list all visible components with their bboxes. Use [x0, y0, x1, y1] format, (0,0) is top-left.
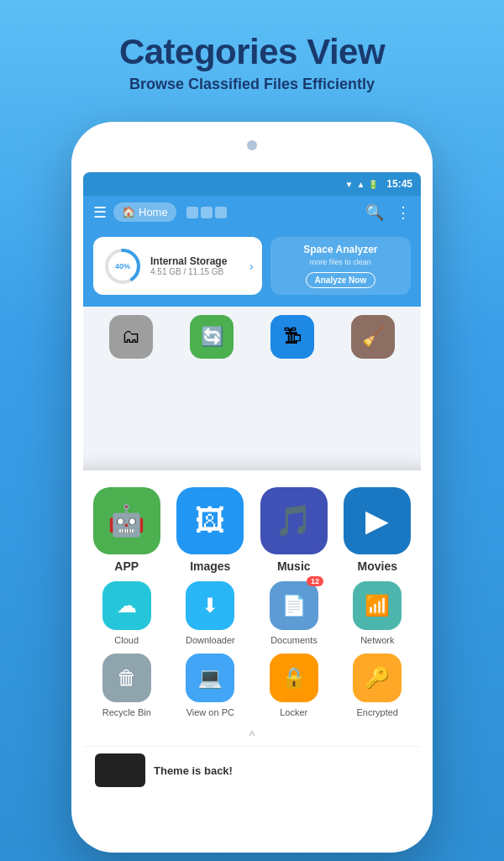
categories-row-3: 🗑 Recycle Bin 💻 View on PC 🔒 Locker 🔑 En… [85, 654, 419, 717]
cat-item-zip[interactable]: 🗜 [270, 315, 314, 359]
top-bar: ☰ 🏠 Home 🔍 ⋮ [83, 196, 421, 228]
cat-item-refresh[interactable]: 🔄 [190, 315, 234, 359]
cloud-icon: ☁ [102, 581, 151, 630]
documents-badge: 12 [307, 576, 323, 586]
theme-banner[interactable]: Theme is back! [85, 746, 419, 794]
storage-info: Internal Storage 4.51 GB / 11.15 GB [150, 255, 227, 276]
cat-label-network: Network [360, 635, 394, 645]
breadcrumb-pill[interactable]: 🏠 Home [113, 202, 176, 222]
categories-row-1: 🤖 APP 🖼 Images 🎵 Music ▶ Movies [85, 487, 419, 573]
recycle-icon: 🗑 [102, 654, 151, 702]
phone-frame: ▼ ▲ 🔋 15:45 ☰ 🏠 Home 🔍 ⋮ [71, 122, 433, 853]
cat-label-movies: Movies [358, 559, 397, 573]
clean-icon: 🧹 [351, 315, 395, 359]
cat-item-encrypted[interactable]: 🔑 Encrypted [353, 654, 402, 717]
theme-banner-text: Theme is back! [154, 764, 233, 777]
cat-item-viewonpc[interactable]: 💻 View on PC [186, 654, 234, 717]
cat-item-app[interactable]: 🤖 APP [93, 487, 160, 573]
zip-icon: 🗜 [270, 315, 314, 359]
documents-icon: 📄 12 [270, 581, 318, 630]
cat-label-app: APP [114, 559, 139, 573]
storage-card[interactable]: 40% Internal Storage 4.51 GB / 11.15 GB … [93, 237, 262, 295]
time-display: 15:45 [386, 178, 412, 190]
top-categories-row: 🗂 🔄 🗜 🧹 [83, 307, 421, 367]
categories-main-panel: 🤖 APP 🖼 Images 🎵 Music ▶ Movies [83, 470, 421, 802]
storage-arrow-icon: › [249, 260, 254, 273]
cat-label-cloud: Cloud [114, 635, 139, 645]
cat-label-music: Music [277, 559, 311, 573]
encrypted-icon: 🔑 [353, 654, 402, 702]
top-bar-right: 🔍 ⋮ [365, 203, 411, 222]
cat-item-locker[interactable]: 🔒 Locker [270, 654, 318, 717]
cat-label-encrypted: Encrypted [356, 707, 398, 717]
breadcrumb-home: Home [139, 206, 168, 218]
wifi-icon: ▼ [344, 180, 353, 189]
cat-label-downloader: Downloader [186, 635, 235, 645]
storage-section: 40% Internal Storage 4.51 GB / 11.15 GB … [83, 228, 421, 307]
storage-percent: 40% [115, 262, 130, 270]
cat-item-downloader[interactable]: ⬇ Downloader [186, 581, 235, 645]
status-bar: ▼ ▲ 🔋 15:45 [83, 172, 421, 196]
cat-item-images[interactable]: 🖼 Images [176, 487, 244, 573]
search-icon[interactable]: 🔍 [365, 203, 384, 222]
analyze-button[interactable]: Analyze Now [306, 272, 376, 288]
page-subtitle: Browse Classified Files Efficiently [0, 76, 504, 93]
layers-icon: 🗂 [109, 315, 153, 359]
viewonpc-icon: 💻 [186, 654, 234, 702]
downloader-icon: ⬇ [186, 581, 234, 630]
cat-label-documents: Documents [270, 635, 318, 645]
storage-circle: 40% [103, 247, 142, 286]
signal-icon: ▲ [356, 180, 365, 189]
locker-icon: 🔒 [270, 654, 318, 702]
page-title: Categories View [0, 32, 504, 72]
cat-item-documents[interactable]: 📄 12 Documents [270, 581, 318, 645]
network-icon: 📶 [353, 581, 402, 630]
more-icon[interactable]: ⋮ [396, 203, 411, 222]
cat-item-network[interactable]: 📶 Network [353, 581, 402, 645]
cat-item-clean[interactable]: 🧹 [351, 315, 395, 359]
cat-label-recycle: Recycle Bin [102, 707, 151, 717]
images-icon: 🖼 [176, 487, 244, 554]
storage-name: Internal Storage [150, 255, 227, 267]
menu-icon[interactable]: ☰ [93, 203, 107, 222]
theme-banner-image [95, 753, 145, 787]
cat-item-layers[interactable]: 🗂 [109, 315, 153, 359]
cat-item-recycle[interactable]: 🗑 Recycle Bin [102, 654, 151, 717]
refresh-icon: 🔄 [190, 315, 234, 359]
cat-label-viewonpc: View on PC [186, 707, 234, 717]
phone-screen: ▼ ▲ 🔋 15:45 ☰ 🏠 Home 🔍 ⋮ [83, 172, 421, 802]
phone-speaker [247, 140, 257, 150]
analyzer-title: Space Analyzer [303, 244, 377, 255]
app-icon: 🤖 [93, 487, 160, 554]
breadcrumb-dots [186, 207, 227, 218]
music-icon: 🎵 [260, 487, 328, 554]
space-analyzer: Space Analyzer more files to clean Analy… [270, 237, 411, 295]
cat-item-music[interactable]: 🎵 Music [260, 487, 328, 573]
cat-label-images: Images [190, 559, 230, 573]
analyzer-sub: more files to clean [310, 258, 371, 266]
home-icon: 🏠 [122, 206, 135, 218]
cat-item-movies[interactable]: ▶ Movies [344, 487, 411, 573]
page-header: Categories View Browse Classified Files … [0, 0, 504, 108]
cat-item-cloud[interactable]: ☁ Cloud [102, 581, 151, 645]
movies-icon: ▶ [344, 487, 411, 554]
chevron-up-icon[interactable]: ^ [85, 726, 419, 746]
categories-row-2: ☁ Cloud ⬇ Downloader 📄 12 Documents 📶 [85, 581, 419, 645]
storage-used: 4.51 GB / 11.15 GB [150, 267, 227, 276]
battery-icon: 🔋 [368, 180, 378, 189]
cat-label-locker: Locker [280, 707, 307, 717]
